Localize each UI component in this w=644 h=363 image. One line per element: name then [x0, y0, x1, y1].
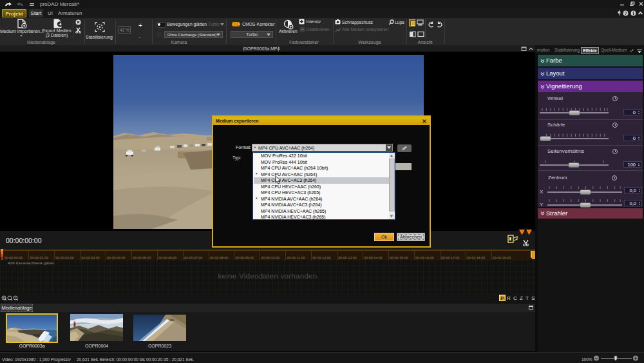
- svg-text:i: i: [632, 10, 634, 16]
- svg-text:?: ?: [624, 11, 627, 15]
